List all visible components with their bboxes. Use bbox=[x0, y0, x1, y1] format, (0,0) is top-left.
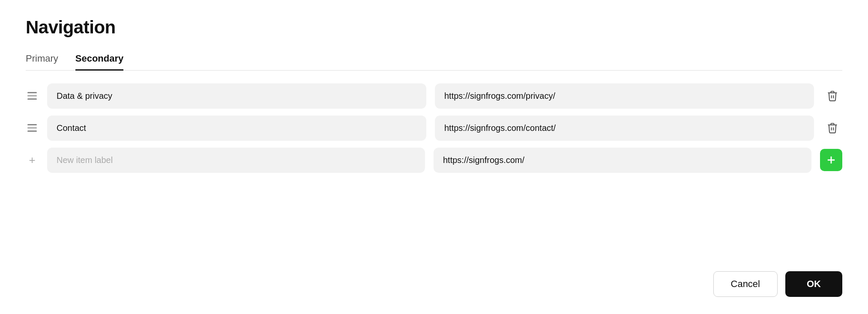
plus-icon: + bbox=[26, 154, 39, 167]
drag-handle-2[interactable] bbox=[26, 124, 39, 132]
delete-button-2[interactable] bbox=[823, 118, 842, 138]
nav-url-input-2[interactable] bbox=[435, 116, 814, 141]
new-label-input[interactable] bbox=[47, 148, 425, 173]
page-title: Navigation bbox=[26, 17, 842, 38]
drag-handle-1[interactable] bbox=[26, 92, 39, 100]
nav-label-input-1[interactable] bbox=[47, 83, 426, 109]
nav-label-input-2[interactable] bbox=[47, 116, 426, 141]
ok-button[interactable]: OK bbox=[785, 271, 842, 297]
tabs-container: Primary Secondary bbox=[26, 53, 842, 71]
cancel-button[interactable]: Cancel bbox=[713, 271, 778, 297]
nav-url-input-1[interactable] bbox=[435, 83, 814, 109]
delete-button-1[interactable] bbox=[823, 86, 842, 106]
tab-primary[interactable]: Primary bbox=[26, 53, 58, 71]
new-url-input[interactable] bbox=[434, 148, 811, 173]
nav-list: + bbox=[26, 83, 842, 255]
nav-row-new: + bbox=[26, 148, 842, 173]
nav-row-1 bbox=[26, 83, 842, 109]
add-button[interactable] bbox=[820, 149, 842, 171]
footer: Cancel OK bbox=[26, 267, 842, 297]
nav-row-2 bbox=[26, 116, 842, 141]
tab-secondary[interactable]: Secondary bbox=[75, 53, 124, 71]
